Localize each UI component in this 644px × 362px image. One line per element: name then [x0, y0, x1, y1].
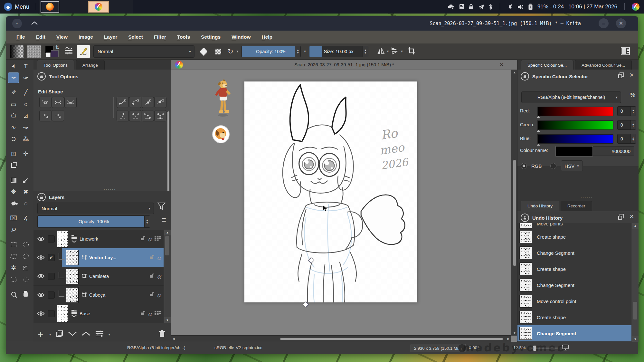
layer-styles-icon[interactable]: [155, 311, 161, 317]
undo-history-item[interactable]: Move control point: [517, 293, 631, 309]
segment-to-curve-button[interactable]: [129, 110, 141, 121]
background-color-swatch[interactable]: [51, 50, 59, 57]
scroll-thumb[interactable]: [280, 338, 503, 340]
insert-point-button[interactable]: [39, 110, 52, 121]
status-colorspace[interactable]: RGB/Alpha (8-bit integer/ch...): [127, 345, 185, 350]
layer-menu-icon[interactable]: ≡: [162, 216, 166, 224]
measure-tool[interactable]: ∡: [20, 213, 31, 224]
scroll-thumb[interactable]: [513, 160, 516, 266]
layer-name[interactable]: Camiseta: [89, 274, 109, 279]
symmetric-point-button[interactable]: [64, 97, 77, 108]
scroll-up-icon[interactable]: ▲: [513, 71, 516, 74]
clipboard-icon[interactable]: [459, 4, 464, 10]
hex-value-field[interactable]: #000000: [593, 146, 634, 156]
clock-label[interactable]: 10:06 | 27 Mar 2026: [568, 4, 617, 10]
layer-row[interactable]: Camisetaα: [33, 267, 164, 286]
layer-styles-icon[interactable]: [155, 236, 161, 242]
scroll-down-icon[interactable]: ▼: [513, 331, 516, 335]
layer-lock-icon[interactable]: [140, 236, 145, 242]
polygon-tool[interactable]: ⬠: [8, 110, 19, 121]
segment-to-line-button[interactable]: [117, 110, 129, 121]
menu-help[interactable]: Help: [256, 34, 278, 40]
move-layer-up-button[interactable]: [81, 331, 90, 337]
layer-checkbox[interactable]: ✔: [48, 254, 55, 261]
pattern-chooser[interactable]: [27, 45, 41, 58]
tab-recorder[interactable]: Recorder: [561, 201, 592, 211]
calligraphy-tool[interactable]: ✑: [20, 72, 31, 83]
polygonal-select-tool[interactable]: [8, 251, 19, 262]
reload-preset-icon[interactable]: ↻: [228, 48, 233, 55]
freehand-path-tool[interactable]: ↝: [20, 122, 31, 133]
workspace-chooser-icon[interactable]: [621, 47, 630, 56]
drag-handle[interactable]: ······: [581, 195, 593, 199]
layer-lock-icon[interactable]: [149, 254, 154, 261]
reference-images-tool[interactable]: ⚲: [8, 224, 19, 235]
rgb-radio[interactable]: [521, 163, 527, 169]
red-value-spinbox[interactable]: 0▲▼: [617, 106, 636, 116]
mirror-vertical-icon[interactable]: [391, 47, 399, 56]
polyline-tool[interactable]: ⊿: [20, 110, 31, 121]
record-indicator-icon[interactable]: ◦: [12, 19, 22, 28]
tab-undo-history[interactable]: Undo History: [521, 201, 559, 211]
hsv-select[interactable]: HSV▾: [561, 160, 583, 171]
layer-thumbnail[interactable]: [66, 269, 79, 284]
canvas-vertical-scrollbar[interactable]: ▲ ▼: [511, 70, 518, 336]
multibrush-tool[interactable]: ⁂: [20, 134, 31, 144]
layer-opacity-spinner[interactable]: ▲▼: [144, 216, 150, 227]
layer-visibility-icon[interactable]: [36, 236, 46, 242]
percent-toggle[interactable]: %: [630, 91, 635, 99]
smooth-point-button[interactable]: [52, 97, 64, 108]
pan-tool[interactable]: [20, 289, 31, 300]
tab-specific-colour-selector[interactable]: Specific Colour Se...: [521, 60, 573, 70]
zoom-tool[interactable]: [8, 289, 19, 300]
red-slider-marker[interactable]: [537, 116, 540, 118]
notifications-icon[interactable]: [507, 4, 513, 10]
layer-visibility-icon[interactable]: [36, 255, 46, 260]
chevron-down-icon[interactable]: ▾: [387, 49, 389, 53]
mirror-horizontal-icon[interactable]: [377, 47, 385, 56]
size-spinner[interactable]: ▲▼: [363, 46, 368, 57]
menu-select[interactable]: Select: [123, 34, 148, 40]
menu-edit[interactable]: Edit: [31, 34, 51, 40]
menu-window[interactable]: Window: [226, 34, 256, 40]
chevron-down-icon[interactable]: ▾: [401, 49, 403, 53]
blue-slider[interactable]: [537, 134, 613, 144]
enclose-fill-tool[interactable]: ◌: [20, 198, 31, 209]
layer-thumbnail[interactable]: [57, 305, 68, 322]
scroll-down-icon[interactable]: ▼: [164, 317, 171, 323]
unite-points-button[interactable]: [142, 110, 154, 121]
freehand-select-tool[interactable]: [20, 251, 31, 262]
layer-lock-icon[interactable]: [149, 273, 154, 279]
layer-thumbnail[interactable]: [57, 230, 68, 248]
chevron-down-icon[interactable]: ▾: [49, 332, 51, 337]
break-segment-button[interactable]: [154, 110, 166, 121]
assistants-tool[interactable]: ⌧: [8, 213, 19, 224]
battery-icon[interactable]: [528, 4, 533, 10]
eraser-mode-icon[interactable]: [200, 47, 207, 55]
scroll-thumb[interactable]: [165, 236, 169, 255]
green-slider-marker[interactable]: [537, 130, 540, 132]
system-menu-button[interactable]: Menu: [0, 0, 33, 14]
layer-properties-button[interactable]: [95, 330, 104, 338]
alpha-lock-icon[interactable]: α: [157, 254, 161, 261]
layer-name[interactable]: Base: [80, 311, 90, 316]
layer-checkbox[interactable]: [48, 291, 55, 299]
alpha-lock-icon[interactable]: α: [148, 235, 152, 243]
chevron-up-icon[interactable]: [31, 21, 38, 26]
curve-point-button[interactable]: [154, 97, 166, 108]
default-colors-icon[interactable]: [46, 52, 51, 57]
fill-tool[interactable]: [8, 198, 19, 209]
rectangle-tool[interactable]: ▭: [8, 99, 19, 110]
layer-thumbnail[interactable]: [66, 287, 79, 303]
reference-image-dog-badge[interactable]: [212, 125, 230, 145]
curve-segment-button[interactable]: [129, 97, 141, 108]
delete-layer-button[interactable]: [158, 330, 168, 339]
scroll-thumb[interactable]: [633, 302, 637, 319]
scroll-left-icon[interactable]: ◀: [172, 337, 175, 340]
layer-blending-select[interactable]: Normal ▾: [37, 203, 154, 214]
freehand-brush-tool[interactable]: ✎: [8, 87, 19, 98]
blue-slider-marker[interactable]: [537, 144, 540, 146]
layer-visibility-icon[interactable]: [36, 273, 46, 279]
bluetooth-icon[interactable]: [489, 4, 493, 10]
preserve-alpha-icon[interactable]: [215, 49, 221, 54]
